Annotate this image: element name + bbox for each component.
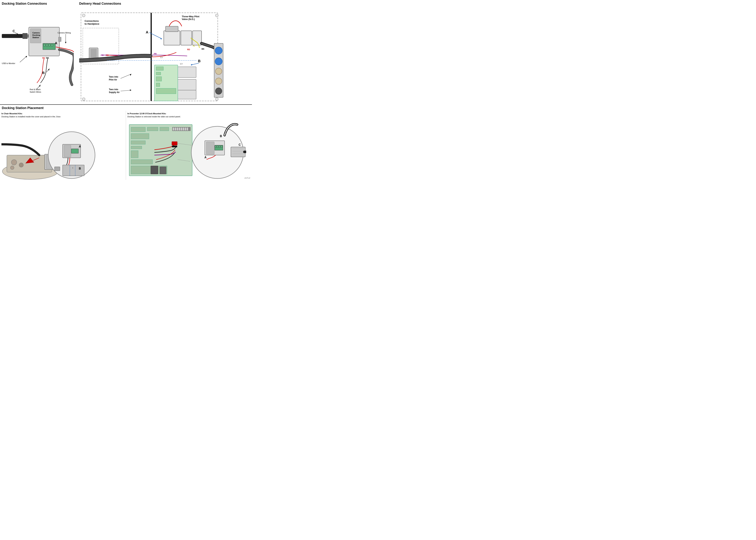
label-a-right: A [146,30,148,34]
camera-docking-label3: Station [32,36,39,39]
red-plug [172,142,177,145]
gy-label2: GY [180,63,183,65]
connections-handpiece-label2: to Handpiece [84,23,99,25]
fitting-1 [11,160,17,165]
bottom-right-description: Docking Station is velcroed inside the s… [127,115,181,118]
beige-connector-1 [215,68,222,74]
watermark: ArtFull [244,177,250,179]
pin-3 [177,128,178,130]
label-c: C [13,29,15,33]
board-chip-2 [156,72,161,75]
usb-arrow-line [20,56,27,62]
pin-2 [175,128,176,130]
detail-label-i: I [72,167,73,169]
usb-arrow-head [26,56,27,58]
arrow-b-right-head [191,64,192,66]
bottom-left-text: In Chair Mounted Kits: Docking Station i… [1,112,124,118]
proc-term-3 [219,146,220,148]
docking-station-title: Docking Station Connections [2,2,75,6]
dark-connector [215,88,222,94]
bottom-left-panel: In Chair Mounted Kits: Docking Station i… [0,111,126,180]
delivery-head-title: Delivery Head Connections [79,2,250,6]
tees-supply-air-label2: Supply Air [109,91,120,93]
label-a: A [55,41,57,45]
board-comp-7 [131,151,138,158]
handpiece-connector-inner [90,49,97,58]
pin-6 [183,128,184,130]
screw-tl [82,14,85,17]
mounting-plate [63,165,84,176]
detail-label-b: B [79,167,81,170]
detail-c-box [55,167,60,171]
board-comp-2 [147,127,158,131]
usb-cable-body [2,34,23,38]
cable-jbox [1,144,39,155]
board-comp-5 [131,141,145,144]
label-b-right: B [198,59,200,63]
arrow-a-right-head [160,38,162,40]
proc-label-c: C [239,143,241,146]
usb-connector [23,33,28,39]
pin-7 [185,128,186,130]
gy-label: GY [160,56,163,59]
board-chip-4 [156,83,160,86]
pin-8 [187,128,188,130]
terminal-3 [49,44,51,46]
bottom-right-panel: In Procenter 12:00 O'Clock Mounted Kits:… [126,111,252,180]
pr-label-mid: PR [154,53,157,55]
placement-title: Docking Station Placement [0,105,252,111]
delivery-head-diagram: Connections to Handpiece Three-Way Pilot… [79,7,236,104]
board-comp-8 [131,160,153,164]
blue-connector-2 [215,58,222,65]
proc-term-2 [217,146,218,148]
board-chip-1 [156,67,164,70]
page: Docking Station Connections C [0,0,252,180]
usb-monitor-label: USB to Monitor [2,62,15,65]
left-panel: Docking Station Connections C [0,0,77,104]
camera-wiring-label: Camera Wiring [58,32,71,34]
usb-port [59,37,61,42]
rd-label: RD [42,57,45,59]
three-way-label2: Valve (N.O.) [182,18,195,21]
pilot-air-arrow-head [130,74,131,76]
terminal-4 [51,44,53,46]
docking-station-diagram: C Camera Docking Stat [2,7,74,101]
terminal-2 [46,44,48,46]
bottom-right-heading: In Procenter 12:00 O'Clock Mounted Kits: [127,112,166,115]
main-harness [60,50,74,85]
solenoid-body [166,26,178,32]
screw-br [215,98,218,101]
pilot-air-arrow [121,74,131,78]
pin-4 [179,128,180,130]
detail-label-a: A [79,145,81,148]
black-plug [172,146,177,147]
bottom-panels: In Chair Mounted Kits: Docking Station i… [0,111,252,180]
conn-bottom-2 [160,167,166,174]
pin-5 [181,128,182,130]
screw-bl [82,98,85,101]
black-wire-bk [41,59,48,83]
label-b-arrow-head [48,68,50,71]
docking-detail-panel [64,145,71,157]
bottom-left-description: Docking Station is installed inside the … [1,115,61,118]
valve-body-2 [181,31,191,45]
supply-air-arrow [121,90,131,91]
fitting-3 [10,166,14,170]
tees-supply-air-label: Tees into [109,88,118,91]
connections-handpiece-label: Connections [84,20,99,22]
proc-term-4 [221,146,222,148]
camera-wiring-arrow-head [65,42,66,43]
tees-pilot-air-label2: Pilot Air [109,78,117,81]
fitting-2 [19,163,23,167]
board-comp-4 [131,134,149,139]
valve-body-1 [164,31,180,45]
camera-docking-label2: Docking [32,34,40,36]
proc-label-a: A [204,156,206,159]
procenter-diagram: A B C [127,119,246,180]
switch-wires-label: Switch Wires [30,91,41,93]
bottom-right-text: In Procenter 12:00 O'Clock Mounted Kits:… [127,112,250,118]
proc-term-1 [215,146,216,148]
three-way-label: Three-Way Pilot [182,15,199,18]
bottom-section: Docking Station Placement In Chair Mount… [0,104,252,180]
board-comp-1 [131,127,145,132]
